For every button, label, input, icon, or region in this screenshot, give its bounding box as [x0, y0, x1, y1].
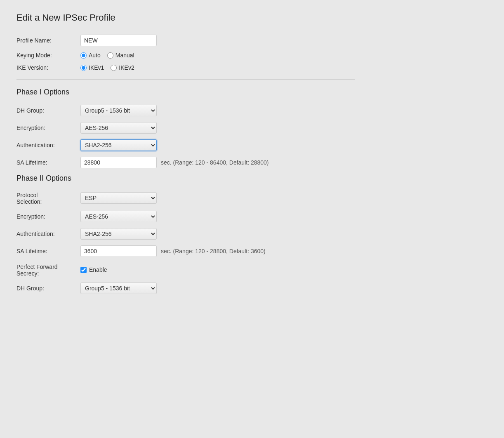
keying-mode-row: Keying Mode: Auto Manual	[16, 52, 355, 59]
phase2-protocol-row: Protocol Selection: ESP AH	[16, 191, 355, 205]
phase1-dh-group-select[interactable]: Group1 - 768 bit Group2 - 1024 bit Group…	[80, 105, 157, 116]
phase2-sa-lifetime-row: SA Lifetime: sec. (Range: 120 - 28800, D…	[16, 245, 355, 257]
phase1-title: Phase I Options	[16, 88, 355, 97]
ike-version-ikev1-radio[interactable]	[80, 65, 87, 71]
keying-mode-auto-option[interactable]: Auto	[80, 52, 101, 59]
page-title: Edit a New IPSec Profile	[16, 12, 355, 23]
ike-version-ikev2-label: IKEv2	[119, 64, 134, 71]
keying-mode-auto-radio[interactable]	[80, 52, 87, 59]
phase2-encryption-row: Encryption: DES 3DES AES-128 AES-192 AES…	[16, 211, 355, 222]
phase2-sa-lifetime-label: SA Lifetime:	[16, 248, 80, 254]
profile-name-row: Profile Name:	[16, 35, 355, 46]
phase1-sa-lifetime-row: SA Lifetime: sec. (Range: 120 - 86400, D…	[16, 157, 355, 168]
phase1-encryption-label: Encryption:	[16, 125, 80, 131]
phase1-authentication-row: Authentication: MD5 SHA1 SHA2-256 SHA2-3…	[16, 139, 355, 151]
phase2-section: Phase II Options Protocol Selection: ESP…	[16, 174, 355, 294]
keying-mode-label: Keying Mode:	[16, 52, 80, 59]
phase1-authentication-label: Authentication:	[16, 142, 80, 148]
phase2-authentication-select[interactable]: MD5 SHA1 SHA2-256 SHA2-384 SHA2-512	[80, 228, 157, 240]
keying-mode-auto-label: Auto	[89, 52, 101, 59]
profile-name-label: Profile Name:	[16, 37, 80, 44]
phase2-dh-group-row: DH Group: Group1 - 768 bit Group2 - 1024…	[16, 283, 355, 294]
phase2-encryption-select[interactable]: DES 3DES AES-128 AES-192 AES-256	[80, 211, 157, 222]
phase2-protocol-select[interactable]: ESP AH	[80, 192, 157, 204]
keying-mode-manual-radio[interactable]	[107, 52, 113, 59]
ike-version-ikev1-label: IKEv1	[89, 64, 104, 71]
phase1-encryption-row: Encryption: DES 3DES AES-128 AES-192 AES…	[16, 122, 355, 134]
phase1-sa-lifetime-input[interactable]	[80, 157, 157, 168]
ike-version-ikev1-option[interactable]: IKEv1	[80, 64, 104, 71]
page-container: Edit a New IPSec Profile Profile Name: K…	[0, 0, 371, 312]
phase2-encryption-label: Encryption:	[16, 213, 80, 220]
phase2-pfs-checkbox[interactable]	[80, 267, 87, 273]
phase1-sa-lifetime-suffix: sec. (Range: 120 - 86400, Default: 28800…	[161, 159, 269, 166]
keying-mode-manual-option[interactable]: Manual	[107, 52, 134, 59]
phase2-pfs-checkbox-group: Enable	[80, 266, 107, 273]
phase1-dh-group-row: DH Group: Group1 - 768 bit Group2 - 1024…	[16, 105, 355, 116]
ike-version-label: IKE Version:	[16, 64, 80, 71]
phase1-encryption-select[interactable]: DES 3DES AES-128 AES-192 AES-256	[80, 122, 157, 134]
phase2-protocol-label: Protocol Selection:	[16, 191, 80, 205]
phase2-dh-group-select[interactable]: Group1 - 768 bit Group2 - 1024 bit Group…	[80, 283, 157, 294]
phase2-authentication-row: Authentication: MD5 SHA1 SHA2-256 SHA2-3…	[16, 228, 355, 240]
profile-name-input[interactable]	[80, 35, 157, 46]
keying-mode-radio-group: Auto Manual	[80, 52, 134, 59]
phase2-pfs-row: Perfect Forward Secrecy: Enable	[16, 263, 355, 277]
phase2-pfs-enable-label: Enable	[89, 266, 107, 273]
keying-mode-manual-label: Manual	[115, 52, 134, 59]
phase2-sa-lifetime-suffix: sec. (Range: 120 - 28800, Default: 3600)	[161, 248, 266, 254]
phase1-authentication-select[interactable]: MD5 SHA1 SHA2-256 SHA2-384 SHA2-512	[80, 139, 157, 151]
ike-version-ikev2-option[interactable]: IKEv2	[111, 64, 134, 71]
ike-version-ikev2-radio[interactable]	[111, 65, 117, 71]
ike-version-radio-group: IKEv1 IKEv2	[80, 64, 134, 71]
phase2-dh-group-label: DH Group:	[16, 285, 80, 292]
phase1-sa-lifetime-label: SA Lifetime:	[16, 159, 80, 166]
phase2-authentication-label: Authentication:	[16, 231, 80, 237]
phase2-title: Phase II Options	[16, 174, 355, 183]
phase2-pfs-label: Perfect Forward Secrecy:	[16, 263, 80, 277]
phase1-section: Phase I Options DH Group: Group1 - 768 b…	[16, 88, 355, 168]
phase1-dh-group-label: DH Group:	[16, 107, 80, 114]
phase2-sa-lifetime-input[interactable]	[80, 245, 157, 257]
divider-1	[16, 79, 355, 80]
ike-version-row: IKE Version: IKEv1 IKEv2	[16, 64, 355, 71]
